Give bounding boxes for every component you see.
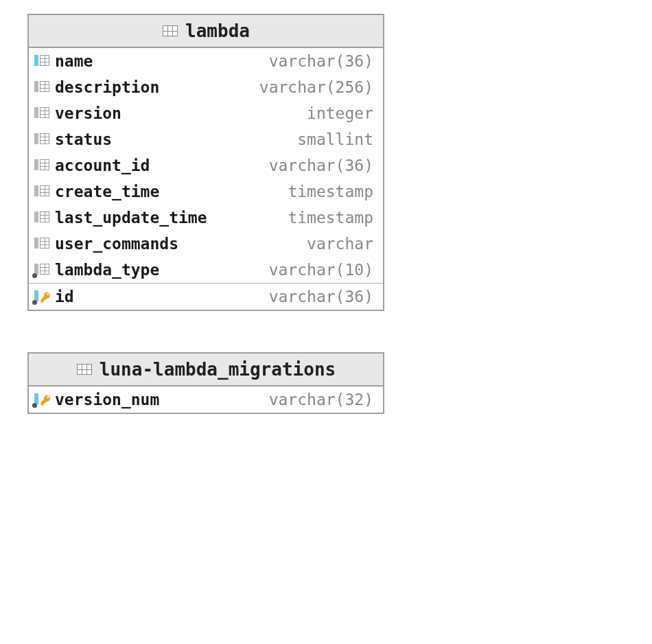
columns-list: name varchar(36) description varchar(256… — [29, 48, 383, 310]
table-name: luna-lambda_migrations — [100, 359, 336, 380]
column-icon — [34, 211, 51, 225]
column-name: create_time — [55, 183, 159, 200]
column-icon — [34, 80, 51, 94]
column-row: description varchar(256) — [29, 74, 383, 100]
column-row: version integer — [29, 100, 383, 126]
primary-key-icon — [34, 393, 51, 406]
column-name: user_commands — [55, 235, 178, 253]
column-icon — [34, 106, 51, 120]
column-highlighted-icon — [34, 54, 51, 68]
column-type: integer — [307, 104, 373, 122]
column-name: version_num — [55, 391, 159, 409]
column-type: varchar(32) — [269, 391, 373, 409]
table-icon — [162, 24, 178, 38]
table-header: lambda — [29, 15, 383, 48]
column-row: account_id varchar(36) — [29, 152, 383, 179]
column-type: varchar(10) — [269, 261, 373, 279]
column-name: last_update_time — [55, 209, 207, 227]
column-name: name — [55, 52, 93, 70]
column-icon — [34, 159, 51, 172]
column-name: version — [55, 104, 121, 122]
table-lambda: lambda name varchar(36) description varc… — [27, 14, 384, 311]
table-name: lambda — [185, 21, 250, 41]
column-name: description — [55, 78, 159, 96]
key-icon — [40, 394, 52, 406]
column-type: timestamp — [288, 209, 373, 227]
column-name: account_id — [55, 157, 150, 174]
column-row: user_commands varchar — [29, 231, 383, 257]
column-name: id — [55, 288, 74, 306]
column-nullable-icon — [34, 263, 51, 277]
column-row: id varchar(36) — [29, 283, 383, 310]
column-name: status — [55, 130, 112, 148]
column-icon — [34, 133, 51, 146]
column-type: timestamp — [288, 183, 373, 200]
column-type: varchar(36) — [269, 288, 373, 306]
column-icon — [34, 237, 51, 251]
primary-key-icon — [34, 290, 51, 303]
key-icon — [40, 291, 52, 303]
columns-list: version_num varchar(32) — [29, 387, 383, 413]
column-row: create_time timestamp — [29, 179, 383, 205]
column-name: lambda_type — [55, 261, 159, 279]
table-icon — [76, 363, 93, 376]
column-row: name varchar(36) — [29, 48, 383, 74]
column-type: varchar(256) — [259, 78, 373, 96]
column-icon — [34, 185, 51, 198]
column-row: version_num varchar(32) — [29, 387, 383, 413]
table-luna-lambda-migrations: luna-lambda_migrations version_num varch… — [27, 352, 384, 414]
table-header: luna-lambda_migrations — [29, 354, 383, 387]
column-row: status smallint — [29, 126, 383, 152]
column-type: varchar(36) — [269, 52, 373, 70]
column-row: last_update_time timestamp — [29, 205, 383, 231]
column-type: varchar(36) — [269, 157, 373, 174]
column-type: smallint — [297, 130, 373, 148]
column-type: varchar — [307, 235, 373, 253]
column-row: lambda_type varchar(10) — [29, 257, 383, 283]
